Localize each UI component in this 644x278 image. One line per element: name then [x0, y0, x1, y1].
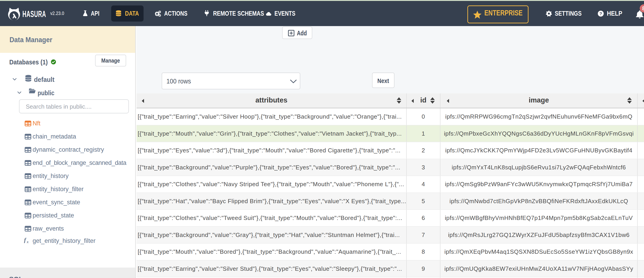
svg-text:x: x — [26, 240, 28, 243]
svg-text:f: f — [24, 238, 26, 243]
svg-text:?: ? — [600, 11, 602, 16]
